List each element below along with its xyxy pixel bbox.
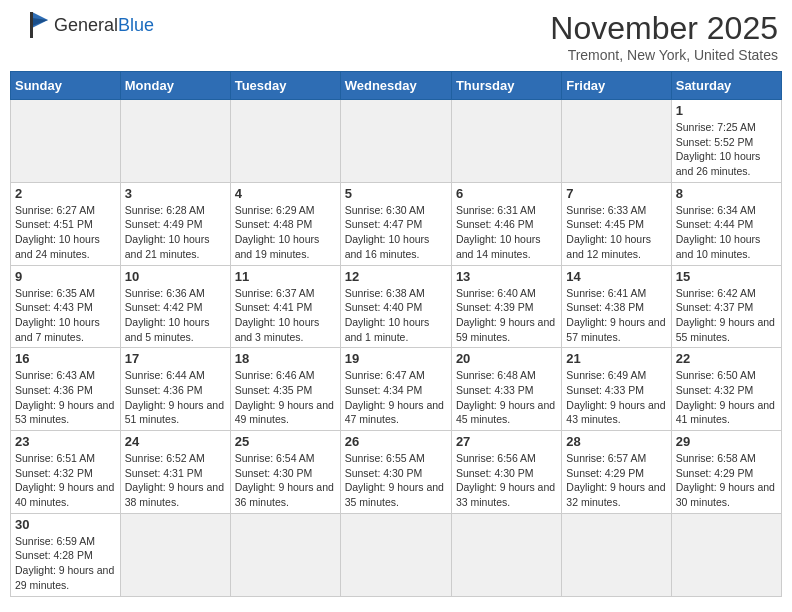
day-number: 10	[125, 269, 226, 284]
day-info: Sunrise: 6:34 AM Sunset: 4:44 PM Dayligh…	[676, 203, 777, 262]
day-info: Sunrise: 6:33 AM Sunset: 4:45 PM Dayligh…	[566, 203, 666, 262]
day-number: 5	[345, 186, 447, 201]
day-number: 1	[676, 103, 777, 118]
day-number: 3	[125, 186, 226, 201]
calendar-day-cell: 3Sunrise: 6:28 AM Sunset: 4:49 PM Daylig…	[120, 182, 230, 265]
calendar-day-cell: 23Sunrise: 6:51 AM Sunset: 4:32 PM Dayli…	[11, 431, 121, 514]
day-number: 30	[15, 517, 116, 532]
weekday-header-wednesday: Wednesday	[340, 72, 451, 100]
day-info: Sunrise: 6:38 AM Sunset: 4:40 PM Dayligh…	[345, 286, 447, 345]
day-number: 16	[15, 351, 116, 366]
calendar-day-cell: 12Sunrise: 6:38 AM Sunset: 4:40 PM Dayli…	[340, 265, 451, 348]
day-info: Sunrise: 6:57 AM Sunset: 4:29 PM Dayligh…	[566, 451, 666, 510]
day-info: Sunrise: 6:56 AM Sunset: 4:30 PM Dayligh…	[456, 451, 557, 510]
day-info: Sunrise: 6:35 AM Sunset: 4:43 PM Dayligh…	[15, 286, 116, 345]
calendar-week-row: 30Sunrise: 6:59 AM Sunset: 4:28 PM Dayli…	[11, 513, 782, 596]
calendar-day-cell: 24Sunrise: 6:52 AM Sunset: 4:31 PM Dayli…	[120, 431, 230, 514]
calendar-day-cell: 11Sunrise: 6:37 AM Sunset: 4:41 PM Dayli…	[230, 265, 340, 348]
calendar-day-cell: 20Sunrise: 6:48 AM Sunset: 4:33 PM Dayli…	[451, 348, 561, 431]
calendar-day-cell	[120, 513, 230, 596]
day-info: Sunrise: 6:43 AM Sunset: 4:36 PM Dayligh…	[15, 368, 116, 427]
day-info: Sunrise: 6:31 AM Sunset: 4:46 PM Dayligh…	[456, 203, 557, 262]
weekday-header-friday: Friday	[562, 72, 671, 100]
calendar-day-cell: 4Sunrise: 6:29 AM Sunset: 4:48 PM Daylig…	[230, 182, 340, 265]
day-number: 29	[676, 434, 777, 449]
calendar-day-cell: 2Sunrise: 6:27 AM Sunset: 4:51 PM Daylig…	[11, 182, 121, 265]
calendar-day-cell: 7Sunrise: 6:33 AM Sunset: 4:45 PM Daylig…	[562, 182, 671, 265]
calendar-day-cell: 19Sunrise: 6:47 AM Sunset: 4:34 PM Dayli…	[340, 348, 451, 431]
day-info: Sunrise: 6:30 AM Sunset: 4:47 PM Dayligh…	[345, 203, 447, 262]
day-info: Sunrise: 6:47 AM Sunset: 4:34 PM Dayligh…	[345, 368, 447, 427]
weekday-header-monday: Monday	[120, 72, 230, 100]
day-info: Sunrise: 6:29 AM Sunset: 4:48 PM Dayligh…	[235, 203, 336, 262]
logo: GeneralBlue	[14, 10, 154, 40]
calendar-day-cell: 26Sunrise: 6:55 AM Sunset: 4:30 PM Dayli…	[340, 431, 451, 514]
day-number: 15	[676, 269, 777, 284]
calendar-day-cell	[11, 100, 121, 183]
day-info: Sunrise: 6:36 AM Sunset: 4:42 PM Dayligh…	[125, 286, 226, 345]
calendar-day-cell	[340, 100, 451, 183]
calendar-day-cell: 29Sunrise: 6:58 AM Sunset: 4:29 PM Dayli…	[671, 431, 781, 514]
calendar-day-cell: 14Sunrise: 6:41 AM Sunset: 4:38 PM Dayli…	[562, 265, 671, 348]
day-info: Sunrise: 6:59 AM Sunset: 4:28 PM Dayligh…	[15, 534, 116, 593]
calendar-day-cell: 9Sunrise: 6:35 AM Sunset: 4:43 PM Daylig…	[11, 265, 121, 348]
calendar-day-cell	[230, 513, 340, 596]
calendar-day-cell: 6Sunrise: 6:31 AM Sunset: 4:46 PM Daylig…	[451, 182, 561, 265]
calendar-day-cell: 22Sunrise: 6:50 AM Sunset: 4:32 PM Dayli…	[671, 348, 781, 431]
weekday-header-saturday: Saturday	[671, 72, 781, 100]
day-number: 8	[676, 186, 777, 201]
page-header: GeneralBlue November 2025 Tremont, New Y…	[10, 10, 782, 63]
logo-blue: Blue	[118, 15, 154, 35]
day-number: 22	[676, 351, 777, 366]
calendar-table: SundayMondayTuesdayWednesdayThursdayFrid…	[10, 71, 782, 597]
day-info: Sunrise: 6:44 AM Sunset: 4:36 PM Dayligh…	[125, 368, 226, 427]
calendar-day-cell: 16Sunrise: 6:43 AM Sunset: 4:36 PM Dayli…	[11, 348, 121, 431]
day-number: 18	[235, 351, 336, 366]
day-info: Sunrise: 6:54 AM Sunset: 4:30 PM Dayligh…	[235, 451, 336, 510]
svg-rect-3	[30, 12, 33, 38]
weekday-header-sunday: Sunday	[11, 72, 121, 100]
day-info: Sunrise: 6:49 AM Sunset: 4:33 PM Dayligh…	[566, 368, 666, 427]
day-number: 9	[15, 269, 116, 284]
calendar-week-row: 9Sunrise: 6:35 AM Sunset: 4:43 PM Daylig…	[11, 265, 782, 348]
calendar-day-cell: 13Sunrise: 6:40 AM Sunset: 4:39 PM Dayli…	[451, 265, 561, 348]
day-number: 27	[456, 434, 557, 449]
day-number: 2	[15, 186, 116, 201]
weekday-header-tuesday: Tuesday	[230, 72, 340, 100]
calendar-day-cell: 1Sunrise: 7:25 AM Sunset: 5:52 PM Daylig…	[671, 100, 781, 183]
day-number: 13	[456, 269, 557, 284]
day-number: 25	[235, 434, 336, 449]
day-info: Sunrise: 6:37 AM Sunset: 4:41 PM Dayligh…	[235, 286, 336, 345]
calendar-day-cell	[120, 100, 230, 183]
calendar-day-cell	[451, 100, 561, 183]
calendar-day-cell: 5Sunrise: 6:30 AM Sunset: 4:47 PM Daylig…	[340, 182, 451, 265]
day-number: 6	[456, 186, 557, 201]
calendar-day-cell: 8Sunrise: 6:34 AM Sunset: 4:44 PM Daylig…	[671, 182, 781, 265]
day-info: Sunrise: 6:28 AM Sunset: 4:49 PM Dayligh…	[125, 203, 226, 262]
day-number: 14	[566, 269, 666, 284]
calendar-day-cell: 18Sunrise: 6:46 AM Sunset: 4:35 PM Dayli…	[230, 348, 340, 431]
calendar-day-cell	[340, 513, 451, 596]
day-number: 28	[566, 434, 666, 449]
day-number: 12	[345, 269, 447, 284]
calendar-week-row: 23Sunrise: 6:51 AM Sunset: 4:32 PM Dayli…	[11, 431, 782, 514]
day-number: 24	[125, 434, 226, 449]
calendar-day-cell	[671, 513, 781, 596]
location-subtitle: Tremont, New York, United States	[550, 47, 778, 63]
day-number: 17	[125, 351, 226, 366]
day-number: 21	[566, 351, 666, 366]
calendar-day-cell: 28Sunrise: 6:57 AM Sunset: 4:29 PM Dayli…	[562, 431, 671, 514]
calendar-day-cell: 21Sunrise: 6:49 AM Sunset: 4:33 PM Dayli…	[562, 348, 671, 431]
day-info: Sunrise: 6:40 AM Sunset: 4:39 PM Dayligh…	[456, 286, 557, 345]
day-info: Sunrise: 6:50 AM Sunset: 4:32 PM Dayligh…	[676, 368, 777, 427]
day-number: 19	[345, 351, 447, 366]
calendar-day-cell: 17Sunrise: 6:44 AM Sunset: 4:36 PM Dayli…	[120, 348, 230, 431]
calendar-day-cell: 30Sunrise: 6:59 AM Sunset: 4:28 PM Dayli…	[11, 513, 121, 596]
day-info: Sunrise: 6:51 AM Sunset: 4:32 PM Dayligh…	[15, 451, 116, 510]
day-info: Sunrise: 7:25 AM Sunset: 5:52 PM Dayligh…	[676, 120, 777, 179]
day-number: 7	[566, 186, 666, 201]
day-info: Sunrise: 6:58 AM Sunset: 4:29 PM Dayligh…	[676, 451, 777, 510]
day-info: Sunrise: 6:46 AM Sunset: 4:35 PM Dayligh…	[235, 368, 336, 427]
calendar-day-cell	[451, 513, 561, 596]
day-number: 23	[15, 434, 116, 449]
